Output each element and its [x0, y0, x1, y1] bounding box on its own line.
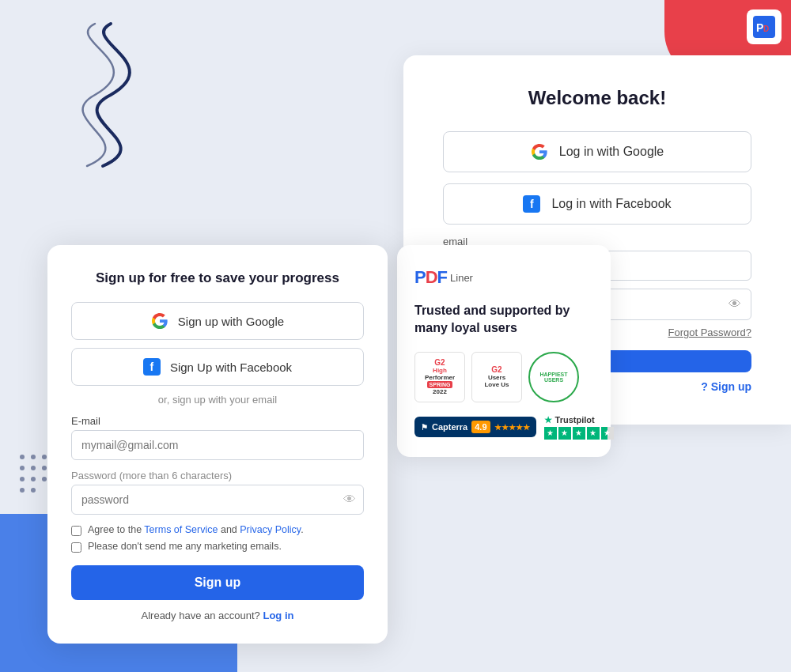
squiggle-decoration — [47, 16, 174, 174]
badge1-season: SPRING — [427, 381, 453, 388]
capterra-badge: ⚑ Capterra 4.9 ★★★★★ — [414, 417, 536, 437]
marketing-checkbox[interactable] — [71, 542, 81, 553]
badges-row: G2 High Performer SPRING 2022 G2 Users L… — [414, 352, 593, 402]
marketing-text: Please don't send me any marketing email… — [88, 541, 282, 552]
svg-point-8 — [42, 477, 47, 481]
signup-submit-button[interactable]: Sign up — [71, 565, 364, 600]
trustpilot-badge: ★ Trustpilot ★ ★ ★ ★ ★ — [544, 415, 614, 440]
pdf-logo-icon: P D — [753, 16, 775, 38]
terms-checkbox[interactable] — [71, 526, 81, 536]
g2-high-performer-badge: G2 High Performer SPRING 2022 — [414, 352, 465, 402]
svg-point-10 — [31, 488, 36, 493]
trustpilot-label: ★ Trustpilot — [544, 415, 614, 425]
password-label-text: Password — [71, 470, 116, 481]
badge1-mid: Performer — [425, 374, 455, 381]
badge2-line2: Love Us — [484, 381, 509, 388]
already-account-text: Already have an account? — [142, 610, 260, 621]
google-icon-signup — [151, 312, 168, 330]
badge1-top: High — [433, 367, 447, 374]
signup-password-input[interactable] — [71, 485, 364, 515]
google-icon — [531, 143, 548, 160]
testimonial-card: PDF Liner Trusted and supported by many … — [397, 245, 611, 457]
badge3-line1: HAPPIEST — [539, 372, 567, 377]
signup-login-link[interactable]: Log in — [263, 610, 293, 621]
privacy-link[interactable]: Privacy Policy — [240, 524, 301, 535]
svg-point-5 — [42, 466, 47, 470]
login-google-label: Log in with Google — [559, 145, 664, 159]
signup-login-link-wrapper: Already have an account? Log in — [71, 610, 364, 621]
password-toggle-icon[interactable]: 👁 — [729, 297, 741, 311]
badge1-year: 2022 — [433, 388, 447, 395]
facebook-icon: f — [523, 195, 540, 213]
svg-point-3 — [20, 466, 25, 470]
password-field-label: Password (more than 6 characters) — [71, 470, 364, 481]
password-hint-text: (more than 6 characters) — [119, 470, 232, 481]
signup-email-input[interactable] — [71, 430, 364, 460]
ratings-row: ⚑ Capterra 4.9 ★★★★★ ★ Trustpilot ★ ★ ★ … — [414, 415, 593, 440]
liner-logo-text: Liner — [450, 272, 473, 284]
signup-facebook-button[interactable]: f Sign Up with Facebook — [71, 348, 364, 386]
signup-password-wrapper: 👁 — [71, 485, 364, 515]
capterra-icon: ⚑ — [421, 423, 428, 432]
terms-link[interactable]: Terms of Service — [144, 524, 218, 535]
login-title: Welcome back! — [443, 87, 751, 109]
trustpilot-stars: ★ ★ ★ ★ ★ — [544, 427, 614, 440]
star-3: ★ — [573, 427, 585, 440]
forgot-password-link[interactable]: Forgot Password? — [668, 327, 752, 338]
marketing-checkbox-row: Please don't send me any marketing email… — [71, 541, 364, 553]
signup-card: Sign up for free to save your progress S… — [47, 245, 388, 644]
star-5-half: ★ — [601, 427, 614, 440]
svg-point-0 — [20, 455, 25, 459]
signup-google-button[interactable]: Sign up with Google — [71, 302, 364, 340]
svg-point-7 — [31, 477, 36, 481]
pdf-logo-text: PDF — [414, 267, 447, 288]
svg-point-9 — [20, 488, 25, 493]
capterra-score: 4.9 — [471, 421, 490, 433]
capterra-stars: ★★★★★ — [494, 423, 530, 432]
signup-title: Sign up for free to save your progress — [71, 270, 364, 286]
login-facebook-label: Log in with Facebook — [551, 197, 671, 211]
star-2: ★ — [558, 427, 571, 440]
facebook-icon-signup: f — [143, 358, 161, 376]
svg-point-2 — [42, 455, 47, 459]
svg-point-1 — [31, 455, 36, 459]
login-facebook-button[interactable]: f Log in with Facebook — [443, 183, 751, 225]
svg-text:P: P — [756, 21, 763, 34]
badge2-line1: Users — [488, 374, 505, 381]
brand-icon: P D — [747, 9, 782, 44]
svg-point-4 — [31, 466, 36, 470]
svg-point-6 — [20, 477, 25, 481]
signup-password-toggle-icon[interactable]: 👁 — [343, 493, 356, 507]
terms-text: Agree to the Terms of Service and Privac… — [88, 524, 304, 535]
or-divider: or, sign up with your email — [71, 394, 364, 406]
signup-google-label: Sign up with Google — [178, 315, 284, 328]
pdfliner-logo: PDF Liner — [414, 267, 593, 288]
badge3-line2: USERS — [544, 377, 563, 383]
terms-checkbox-row: Agree to the Terms of Service and Privac… — [71, 524, 364, 536]
g2-users-love-badge: G2 Users Love Us — [471, 352, 522, 402]
testimonial-title: Trusted and supported by many loyal user… — [414, 302, 593, 338]
login-signup-link[interactable]: ? Sign up — [701, 380, 751, 393]
star-1: ★ — [544, 427, 557, 440]
email-field-label: E-mail — [71, 415, 364, 427]
happiest-users-badge: HAPPIEST USERS — [528, 352, 579, 402]
svg-text:D: D — [763, 25, 769, 33]
login-google-button[interactable]: Log in with Google — [443, 131, 751, 172]
capterra-label: Capterra — [432, 422, 467, 432]
signup-facebook-label: Sign Up with Facebook — [170, 361, 292, 374]
star-4: ★ — [587, 427, 600, 440]
